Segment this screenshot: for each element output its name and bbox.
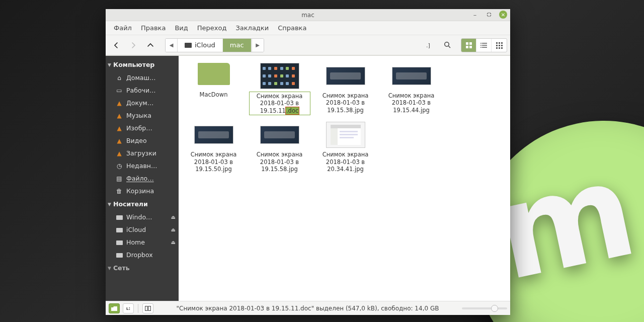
folder-item[interactable]: MacDown xyxy=(181,61,247,120)
svg-rect-13 xyxy=(496,42,498,44)
breadcrumb-next[interactable]: ▶ xyxy=(252,39,264,52)
file-item[interactable]: Снимок экрана 2018-01-03 в 19.15.44.jpg xyxy=(378,61,444,120)
zoom-knob[interactable] xyxy=(491,305,498,312)
file-item-selected[interactable]: Снимок экрана 2018-01-03 в 19.15.11.doc xyxy=(247,61,312,120)
file-name-editing[interactable]: Снимок экрана 2018-01-03 в 19.15.11.doc xyxy=(250,92,310,115)
svg-point-10 xyxy=(480,43,481,44)
sidebar-item-home-drive[interactable]: Home⏏ xyxy=(106,236,179,249)
svg-rect-19 xyxy=(496,47,498,49)
svg-rect-27 xyxy=(340,137,354,138)
sidebar-item-videos[interactable]: ▲Видео xyxy=(106,134,179,147)
close-button[interactable]: ✕ xyxy=(499,11,507,19)
sidebar-item-windows[interactable]: Windo…⏏ xyxy=(106,211,179,223)
view-compact-button[interactable] xyxy=(492,39,507,52)
svg-rect-5 xyxy=(466,46,468,48)
sidebar-item-pictures[interactable]: ▲Изобр… xyxy=(106,122,179,134)
svg-rect-14 xyxy=(499,42,500,44)
svg-rect-17 xyxy=(499,45,500,46)
menubar: Файл Правка Вид Переход Закладки Справка xyxy=(106,21,510,35)
sidebar-item-icloud[interactable]: iCloud⏏ xyxy=(106,223,179,236)
svg-text:.]: .] xyxy=(426,42,430,49)
svg-point-11 xyxy=(480,45,481,46)
breadcrumb-icloud[interactable]: iCloud xyxy=(178,39,223,52)
sidebar-section-network[interactable]: ▼ Сеть xyxy=(106,261,179,275)
toolbar: ◀ iCloud mac ▶ .] xyxy=(106,35,510,55)
back-button[interactable] xyxy=(109,38,124,52)
breadcrumb-label: mac xyxy=(230,41,244,49)
svg-rect-4 xyxy=(469,42,472,45)
section-title: Сеть xyxy=(113,264,130,272)
drive-icon xyxy=(116,253,123,258)
sidebar: ▼ Компьютер ⌂Домаш… ▭Рабочи… ▲Докум… ▲Му… xyxy=(106,56,179,301)
sidebar-item-desktop[interactable]: ▭Рабочи… xyxy=(106,84,179,97)
statusbar: ʟ: "Снимок экрана 2018-01-03 в 19.15.11.… xyxy=(106,301,510,315)
maximize-button[interactable] xyxy=(485,11,493,19)
breadcrumb: ◀ iCloud mac ▶ xyxy=(165,38,264,52)
zoom-slider[interactable] xyxy=(462,307,507,309)
menu-help[interactable]: Справка xyxy=(274,22,310,34)
drive-icon xyxy=(185,43,192,48)
file-item[interactable]: Снимок экрана 2018-01-03 в 19.15.38.jpg xyxy=(312,61,378,120)
section-title: Компьютер xyxy=(113,61,154,68)
view-list-button[interactable] xyxy=(476,39,492,52)
breadcrumb-mac[interactable]: mac xyxy=(223,39,252,52)
svg-rect-22 xyxy=(331,125,361,128)
search-button[interactable] xyxy=(440,38,455,52)
places-toggle-button[interactable] xyxy=(109,303,120,313)
menu-view[interactable]: Вид xyxy=(171,22,192,34)
eject-icon[interactable]: ⏏ xyxy=(171,227,176,232)
terminal-toggle-button[interactable] xyxy=(142,303,153,313)
menu-file[interactable]: Файл xyxy=(110,22,136,34)
sidebar-item-dropbox[interactable]: Dropbox xyxy=(106,249,179,261)
file-item[interactable]: Снимок экрана 2018-01-03 в 19.15.58.jpg xyxy=(247,120,312,178)
file-item[interactable]: Снимок экрана 2018-01-03 в 19.15.50.jpg xyxy=(181,120,247,178)
titlebar[interactable]: mac – ✕ xyxy=(106,9,510,21)
window-controls: – ✕ xyxy=(471,11,507,19)
menu-bookmarks[interactable]: Закладки xyxy=(231,22,273,34)
home-icon: ⌂ xyxy=(116,74,123,82)
file-name: MacDown xyxy=(200,91,228,98)
sidebar-item-filesystem[interactable]: ▤Файло… xyxy=(106,172,179,185)
folder-icon: ▲ xyxy=(116,150,123,157)
sidebar-item-recent[interactable]: ◷Недавн… xyxy=(106,159,179,172)
sidebar-item-home[interactable]: ⌂Домаш… xyxy=(106,71,179,84)
body: ▼ Компьютер ⌂Домаш… ▭Рабочи… ▲Докум… ▲Му… xyxy=(106,55,510,301)
chevron-down-icon: ▼ xyxy=(108,202,111,207)
menu-go[interactable]: Переход xyxy=(193,22,231,34)
eject-icon[interactable]: ⏏ xyxy=(171,214,176,220)
window-title: mac xyxy=(301,12,314,19)
view-icons-button[interactable] xyxy=(461,39,476,52)
drive-icon xyxy=(116,215,123,220)
eject-icon[interactable]: ⏏ xyxy=(171,239,176,245)
svg-point-1 xyxy=(444,42,448,46)
sidebar-item-documents[interactable]: ▲Докум… xyxy=(106,97,179,109)
view-mode-group xyxy=(461,38,507,52)
section-title: Носители xyxy=(113,200,148,208)
tree-toggle-button[interactable]: ʟ: xyxy=(123,303,134,313)
sidebar-section-computer[interactable]: ▼ Компьютер xyxy=(106,58,179,71)
file-name: Снимок экрана 2018-01-03 в 19.15.38.jpg xyxy=(315,92,376,114)
breadcrumb-prev[interactable]: ◀ xyxy=(166,39,178,52)
svg-rect-26 xyxy=(340,134,358,135)
sidebar-item-music[interactable]: ▲Музыка xyxy=(106,109,179,122)
file-icon: ▤ xyxy=(116,175,123,182)
menu-edit[interactable]: Правка xyxy=(137,22,170,34)
up-button[interactable] xyxy=(143,38,158,52)
file-item[interactable]: Снимок экрана 2018-01-03 в 20.34.41.jpg xyxy=(312,120,378,178)
sidebar-item-downloads[interactable]: ▲Загрузки xyxy=(106,147,179,159)
forward-button[interactable] xyxy=(126,38,141,52)
svg-rect-16 xyxy=(496,45,498,46)
image-thumbnail xyxy=(326,122,365,148)
breadcrumb-label: iCloud xyxy=(195,41,215,49)
chevron-down-icon: ▼ xyxy=(108,62,111,67)
file-name: Снимок экрана 2018-01-03 в 19.15.50.jpg xyxy=(184,151,244,173)
file-grid: MacDown Снимок экрана 2018-01-03 в 19.15… xyxy=(181,61,508,178)
sidebar-item-trash[interactable]: 🗑Корзина xyxy=(106,185,179,197)
minimize-button[interactable]: – xyxy=(471,11,479,19)
toggle-path-button[interactable]: .] xyxy=(423,38,438,52)
sidebar-section-devices[interactable]: ▼ Носители xyxy=(106,197,179,211)
file-view[interactable]: MacDown Снимок экрана 2018-01-03 в 19.15… xyxy=(179,56,510,301)
folder-icon: ▲ xyxy=(116,100,123,107)
svg-rect-23 xyxy=(331,128,338,145)
file-name: Снимок экрана 2018-01-03 в 19.15.44.jpg xyxy=(381,92,442,114)
